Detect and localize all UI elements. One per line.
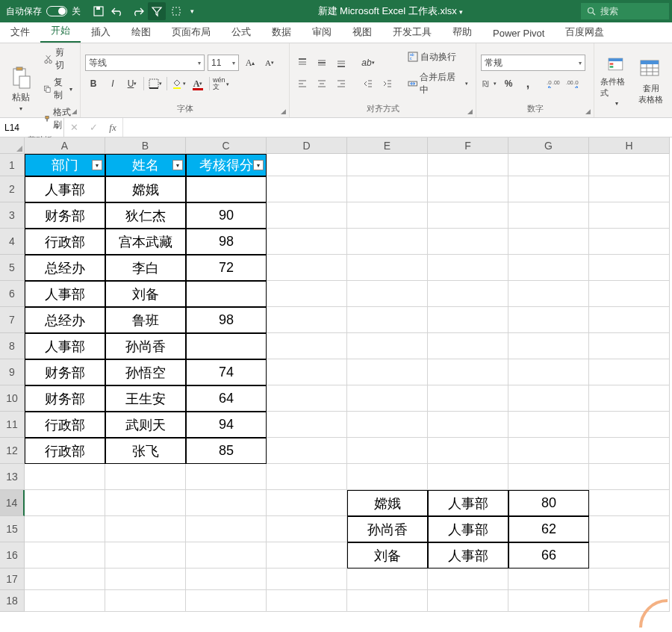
dialog-launcher-icon[interactable]: ◢: [583, 107, 592, 116]
cell[interactable]: [267, 229, 347, 255]
row-header[interactable]: 6: [0, 281, 25, 307]
row-header[interactable]: 4: [0, 229, 25, 255]
border-button[interactable]: ▾: [147, 75, 164, 92]
row-header[interactable]: 12: [0, 438, 25, 464]
cell[interactable]: [267, 154, 347, 176]
cell[interactable]: [508, 154, 589, 176]
decrease-indent-button[interactable]: [360, 75, 376, 92]
decrease-font-button[interactable]: A▾: [261, 55, 278, 71]
cell[interactable]: [589, 307, 670, 333]
phonetic-button[interactable]: wén 文▾: [213, 75, 229, 92]
cell[interactable]: 98: [186, 307, 267, 333]
row-header[interactable]: 9: [0, 359, 25, 385]
cell[interactable]: [589, 176, 670, 202]
cell[interactable]: [508, 281, 589, 307]
cell[interactable]: [347, 307, 428, 333]
decrease-decimal-button[interactable]: .00.0: [564, 75, 581, 92]
cell[interactable]: 74: [186, 359, 267, 385]
cell[interactable]: [589, 412, 670, 438]
cell[interactable]: 90: [186, 202, 267, 229]
cell[interactable]: [589, 281, 670, 307]
cell[interactable]: [428, 255, 508, 281]
cell[interactable]: [347, 464, 428, 490]
save-button[interactable]: [90, 2, 108, 20]
cell[interactable]: 财务部: [25, 359, 105, 385]
font-size-select[interactable]: 11▾: [208, 55, 239, 71]
conditional-format-button[interactable]: 条件格式▾: [599, 53, 634, 110]
cell[interactable]: 王生安: [105, 385, 186, 412]
cell[interactable]: [589, 255, 670, 281]
tab-view[interactable]: 视图: [342, 21, 382, 43]
tab-help[interactable]: 帮助: [442, 21, 482, 43]
row-header[interactable]: 10: [0, 385, 25, 412]
cell[interactable]: 62: [508, 516, 589, 542]
touch-mode-button[interactable]: [167, 2, 185, 20]
cell[interactable]: [267, 281, 347, 307]
cell[interactable]: [347, 333, 428, 359]
align-left-button[interactable]: [294, 75, 311, 92]
cell[interactable]: 80: [508, 490, 589, 516]
cell[interactable]: [105, 490, 186, 516]
row-header[interactable]: 17: [0, 569, 25, 590]
row-header[interactable]: 13: [0, 464, 25, 490]
cell[interactable]: [267, 176, 347, 202]
cell[interactable]: [25, 590, 105, 612]
spreadsheet-grid[interactable]: ABCDEFGH 123456789101112131415161718 部门▼…: [0, 137, 672, 632]
cell[interactable]: [267, 202, 347, 229]
undo-button[interactable]: [109, 2, 127, 20]
font-color-button[interactable]: A▾: [190, 75, 206, 92]
cell[interactable]: [508, 333, 589, 359]
cell[interactable]: [267, 255, 347, 281]
cell[interactable]: [267, 385, 347, 412]
fx-icon[interactable]: fx: [103, 122, 122, 134]
tab-data[interactable]: 数据: [261, 21, 302, 43]
cell[interactable]: [186, 590, 267, 612]
cell[interactable]: [105, 590, 186, 612]
cell[interactable]: 64: [186, 385, 267, 412]
cell[interactable]: [508, 202, 589, 229]
cell[interactable]: [589, 359, 670, 385]
cell[interactable]: [428, 229, 508, 255]
cell[interactable]: [508, 255, 589, 281]
qat-more-button[interactable]: ▾: [187, 2, 197, 20]
cell[interactable]: [508, 229, 589, 255]
cell[interactable]: 人事部: [428, 490, 508, 516]
cell[interactable]: [105, 542, 186, 569]
cell[interactable]: [186, 516, 267, 542]
cell[interactable]: 狄仁杰: [105, 202, 186, 229]
row-header[interactable]: 3: [0, 202, 25, 229]
filter-dropdown-icon[interactable]: ▼: [172, 160, 183, 170]
tab-insert[interactable]: 插入: [81, 21, 121, 43]
row-header[interactable]: 18: [0, 590, 25, 612]
cell[interactable]: [508, 307, 589, 333]
cell[interactable]: 部门▼: [25, 154, 105, 176]
cell[interactable]: [428, 281, 508, 307]
font-name-select[interactable]: 等线▾: [85, 55, 205, 71]
cell[interactable]: [347, 412, 428, 438]
cell[interactable]: [508, 464, 589, 490]
increase-indent-button[interactable]: [379, 75, 396, 92]
cell[interactable]: [589, 490, 670, 516]
tab-layout[interactable]: 页面布局: [161, 21, 221, 43]
wrap-text-button[interactable]: abc自动换行: [405, 49, 471, 65]
cell[interactable]: [589, 385, 670, 412]
select-all-corner[interactable]: [0, 137, 25, 154]
cell[interactable]: [186, 542, 267, 569]
cell[interactable]: 人事部: [25, 281, 105, 307]
col-header-D[interactable]: D: [267, 137, 347, 154]
tab-formulas[interactable]: 公式: [221, 21, 261, 43]
autosave-toggle[interactable]: 自动保存 关: [0, 5, 87, 18]
cell[interactable]: [267, 412, 347, 438]
cell[interactable]: 人事部: [25, 176, 105, 202]
cell[interactable]: 姓名▼: [105, 154, 186, 176]
cell[interactable]: 85: [186, 438, 267, 464]
cell[interactable]: [428, 590, 508, 612]
cell[interactable]: [347, 281, 428, 307]
cell[interactable]: 刘备: [347, 542, 428, 569]
cell[interactable]: [186, 176, 267, 202]
align-center-button[interactable]: [314, 75, 330, 92]
cell[interactable]: [267, 333, 347, 359]
cell[interactable]: 鲁班: [105, 307, 186, 333]
cell[interactable]: 72: [186, 255, 267, 281]
cell[interactable]: [186, 464, 267, 490]
